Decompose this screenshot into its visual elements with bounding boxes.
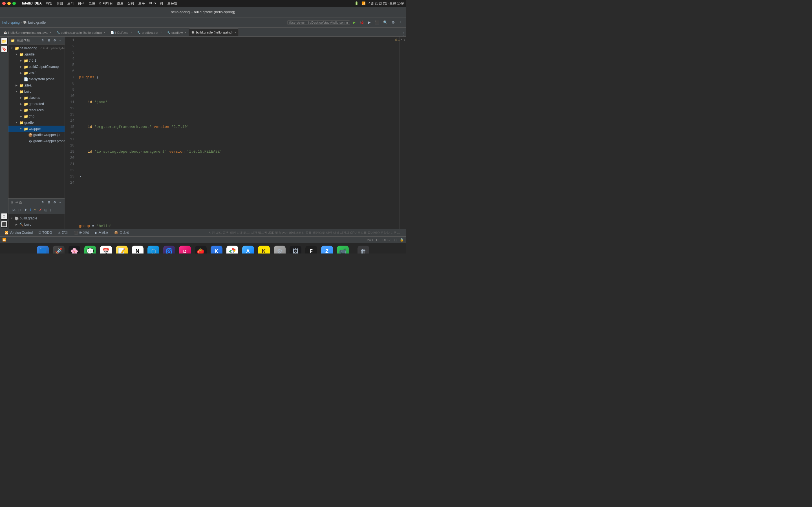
dock-photos[interactable]: 🌸 (68, 245, 81, 254)
struct-warning-btn[interactable]: ⚠ (33, 207, 37, 213)
tree-item-fsprobe[interactable]: ▶ 📄 file-system.probe (8, 76, 64, 82)
menu-tools[interactable]: 도구 (138, 1, 145, 6)
tab-gradlew-close[interactable]: × (185, 31, 186, 34)
struct-sort-type-btn[interactable]: ↓T (17, 207, 22, 213)
tree-item-761[interactable]: ▶ 📁 7.6.1 (8, 57, 64, 64)
menu-view[interactable]: 보기 (67, 1, 74, 6)
bottom-tab-todo[interactable]: ☑ TODO (36, 230, 54, 235)
code-editor[interactable]: ▼ ▼ ▼ ▶ plu (77, 37, 399, 229)
dock-sysprefs[interactable]: ⚙ (273, 245, 287, 254)
tab-settings-close[interactable]: × (104, 31, 105, 34)
menu-run[interactable]: 실행 (128, 1, 134, 6)
tree-item-classes[interactable]: ▶ 📁 classes (8, 95, 64, 101)
bottom-tab-problems[interactable]: ⚠ 문제 (56, 230, 71, 236)
dock-zoom[interactable]: Z (320, 245, 334, 254)
tree-item-build[interactable]: ▼ 📁 build (8, 89, 64, 95)
tree-item-root[interactable]: ▼ 📁 hello-spring ~/Desktop/study/hello-s… (8, 45, 64, 51)
struct-sort-alpha-btn[interactable]: ↓A (11, 207, 16, 213)
close-button[interactable] (2, 2, 6, 5)
breadcrumb-filename[interactable]: build.gradle (28, 20, 46, 24)
project-close-btn[interactable]: − (58, 38, 62, 43)
tree-item-idea[interactable]: ▶ 📁 .idea (8, 82, 64, 89)
chevron-up-icon[interactable]: ∧ (400, 38, 403, 41)
structure-sort-btn[interactable]: ⇅ (40, 200, 45, 205)
debug-button[interactable]: 🐞 (358, 20, 365, 25)
tab-help[interactable]: 📄 HELP.md × (108, 29, 135, 36)
bottom-tab-services[interactable]: ▶ 서비스 (93, 230, 111, 236)
dock-tomato[interactable]: 🍅 (194, 245, 207, 254)
traffic-lights[interactable] (2, 2, 16, 5)
menu-file[interactable]: 파일 (46, 1, 52, 6)
structure-button[interactable]: ⚙ (1, 213, 8, 220)
menu-vcs[interactable]: VCS (149, 1, 156, 6)
fullscreen-button[interactable] (12, 2, 16, 5)
encoding[interactable]: UTF-8 (383, 238, 391, 242)
tab-settings[interactable]: 🔧 settings.gradle (hello-spring) × (54, 29, 108, 36)
menu-help[interactable]: 도움말 (167, 1, 177, 6)
coverage-button[interactable]: ▶ (367, 20, 372, 25)
git-branch-icon[interactable]: 🔀 (2, 238, 6, 242)
project-gear-btn[interactable]: ⚙ (52, 38, 57, 43)
menu-edit[interactable]: 편집 (56, 1, 63, 6)
struct-down-btn[interactable]: ↓ (49, 207, 52, 213)
dock-finder[interactable]: 🟦 (36, 245, 50, 254)
dock-notes[interactable]: 📝 (115, 245, 129, 254)
bottom-icon-1[interactable]: ⬛ (1, 221, 8, 228)
breadcrumb-file[interactable]: 🐘 (23, 20, 27, 24)
more-button[interactable]: ⋮ (398, 20, 404, 25)
tree-item-resources[interactable]: ▶ 📁 resources (8, 107, 64, 113)
struct-tree-build-task[interactable]: ▶ 🔨 build (8, 221, 64, 228)
dock-facetime[interactable]: 📹 (336, 245, 350, 254)
dock-keynote[interactable]: K (210, 245, 223, 254)
run-button[interactable]: ▶ (352, 20, 357, 25)
cursor-position[interactable]: 24:1 (367, 238, 373, 242)
struct-inherited-btn[interactable]: ⬆ (24, 207, 28, 213)
tree-item-wrapper[interactable]: ▼ 📁 wrapper (8, 126, 64, 132)
tab-gradlew[interactable]: 🔧 gradlew × (164, 29, 189, 36)
bottom-tab-deps[interactable]: 📦 종속성 (112, 230, 132, 236)
tab-hello[interactable]: ☕ HelloSpringApplication.java × (1, 29, 54, 36)
menu-build[interactable]: 빌드 (117, 1, 123, 6)
tree-item-gradle-jar[interactable]: ▶ 📦 gradle-wrapper.jar (8, 132, 64, 138)
structure-close-btn[interactable]: − (58, 200, 62, 205)
dock-trash[interactable]: 🗑 (357, 245, 370, 254)
tab-hello-close[interactable]: × (50, 31, 51, 34)
dock-kakao[interactable]: K (257, 245, 271, 254)
breadcrumb-project[interactable]: hello-spring (2, 20, 20, 24)
chevron-down-icon[interactable]: ∨ (403, 38, 405, 41)
menu-navigate[interactable]: 탐색 (78, 1, 85, 6)
dock-intellij[interactable]: IJ (178, 245, 192, 254)
menu-refactor[interactable]: 리팩터링 (99, 1, 113, 6)
dock-vscode[interactable]: ⬡ (147, 245, 160, 254)
tree-item-buildoutput[interactable]: ▶ 📁 buildOutputCleanup (8, 64, 64, 70)
dock-calendar[interactable]: 📅 4월 (99, 245, 113, 254)
minimize-button[interactable] (7, 2, 11, 5)
tab-build-close[interactable]: × (235, 31, 236, 34)
struct-tree-build-gradle[interactable]: ▼ 🐘 build.gradle (8, 215, 64, 221)
dock-chrome[interactable] (225, 245, 239, 254)
tree-item-vcs1[interactable]: ▶ 📁 vcs-1 (8, 70, 64, 76)
dock-preview[interactable]: 🖼 (289, 245, 302, 254)
tree-item-gradle-props[interactable]: ▶ ⚙ gradle-wrapper.properties (8, 138, 64, 144)
project-collapse-btn[interactable]: ⊟ (46, 38, 51, 43)
bookmarks-button[interactable]: 🔖 (1, 46, 8, 52)
run-config-selector[interactable]: /Users/syum_in/Desktop/study/hello-sprin… (287, 20, 350, 25)
tab-build-active[interactable]: 🐘 build.gradle (hello-spring) × (189, 29, 239, 36)
project-view-button[interactable]: 📁 (1, 38, 8, 45)
struct-filter-btn[interactable]: ⊞ (44, 207, 48, 213)
dock-figma[interactable]: F (305, 245, 318, 254)
struct-info-btn[interactable]: ℹ (29, 207, 32, 213)
tab-help-close[interactable]: × (131, 31, 132, 34)
tree-item-gradle-hidden[interactable]: ▼ 📁 .gradle (8, 51, 64, 57)
tree-item-gradle[interactable]: ▼ 📁 gradle (8, 119, 64, 126)
dock-notion[interactable]: N (131, 245, 144, 254)
tab-gradlebat[interactable]: 🔧 gradlew.bat × (135, 29, 164, 36)
dock-launchpad[interactable]: 🚀 (52, 245, 65, 254)
stop-button[interactable]: ⬛ (373, 20, 380, 25)
tree-item-generated[interactable]: ▶ 📁 generated (8, 101, 64, 107)
indent-icon[interactable]: ⬚ (394, 238, 397, 242)
bottom-tab-terminal[interactable]: ⬛ 터미널 (72, 230, 92, 236)
tab-gradlebat-close[interactable]: × (160, 31, 162, 34)
search-button[interactable]: 🔍 (382, 20, 389, 25)
tab-more-button[interactable]: ⋮ (400, 31, 406, 36)
